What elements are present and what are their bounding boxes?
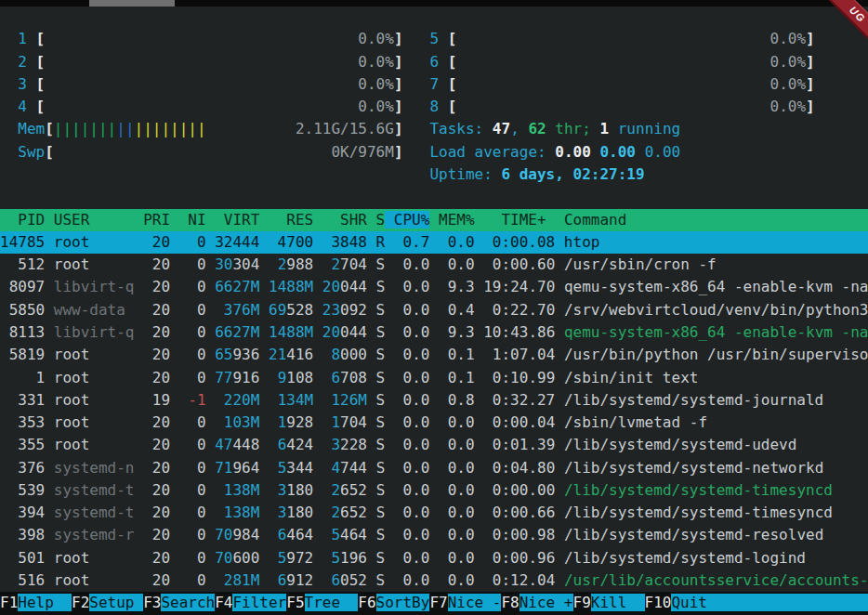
spacer [403,120,430,137]
fkey-action-tree[interactable]: Tree [305,594,359,611]
spacer [215,571,224,589]
process-row-new[interactable]: 539 systemd-t 20 0 138M 3180 2652 S 0.0 … [0,479,868,502]
process-row[interactable]: 353 root 20 0 103M 1928 1704 S 0.0 0.0 0… [0,412,868,434]
tasks-count: 47 [493,120,510,137]
spacer: 539 [0,481,54,499]
spacer: 6 [331,571,340,589]
process-row-new[interactable]: 8113 libvirt-q 20 0 6627M 1488M 20044 S … [0,321,868,344]
cpu4-meter-close-bracket: ] [394,98,403,115]
spacer [313,346,331,363]
fkey-f10[interactable]: F10 [645,594,672,611]
fkey-action-search[interactable]: Search [161,594,215,611]
cpu3-meter-value: 0.0% [358,75,394,93]
process-row[interactable]: 394 systemd-t 20 0 138M 3180 2652 S 0.0 … [0,502,868,524]
cpu4-meter-value: 0.0% [358,98,394,115]
fkey-action-filter[interactable]: Filter [232,594,286,611]
spacer: 744 [340,459,367,477]
command: /usr/lib/accountsservice/accounts- [564,571,868,589]
process-row[interactable]: 398 systemd-r 20 0 70984 6464 5464 S 0.0… [0,524,868,546]
fkey-action-kill[interactable]: Kill [591,594,645,611]
spacer: 5 [278,459,287,477]
function-key-bar: F1Help F2Setup F3SearchF4FilterF5Tree F6… [0,592,868,614]
cpu3-meter-bar [45,75,358,93]
spacer [206,391,224,409]
spacer: 138M [224,504,260,521]
process-row[interactable]: 501 root 20 0 70600 5972 5196 S 0.0 0.0 … [0,547,868,569]
process-row[interactable]: 355 root 20 0 47448 6424 3228 S 0.0 0.0 … [0,434,868,456]
running-count: 1 [599,120,609,137]
fkey-f7[interactable]: F7 [429,594,447,611]
spacer: 964 [232,459,259,477]
process-row[interactable]: 376 systemd-n 20 0 71964 5344 4744 S 0.0… [0,457,868,479]
header-sort-cell-cpu[interactable]: CPU% [385,211,429,229]
fkey-f1[interactable]: F1 [0,594,18,611]
spacer [0,143,18,161]
fkey-f2[interactable]: F2 [72,594,89,611]
fkey-f9[interactable]: F9 [573,594,591,611]
process-row[interactable]: 8097 libvirt-q 20 0 6627M 1488M 20044 S … [0,276,868,298]
spacer: S 0.0 0.0 0:00.60 [367,255,564,273]
spacer: 108 [286,369,313,386]
spacer: 70 [215,526,232,543]
spacer [313,526,331,543]
cpu2-label: 2 [18,53,27,71]
cpu1-meter-close-bracket: ] [394,30,403,47]
spacer [0,98,18,115]
spacer: 972 [286,549,313,567]
cpu7-label: 7 [429,75,439,93]
spacer [403,53,430,71]
process-row[interactable]: 1 root 20 0 77916 9108 6708 S 0.0 0.1 0:… [0,367,868,389]
fkey-f6[interactable]: F6 [358,594,375,611]
fkey-action-quit[interactable]: Quit [671,594,707,611]
spacer [0,120,18,137]
fkey-f8[interactable]: F8 [501,594,519,611]
spacer [259,391,277,409]
spacer: 528 [286,301,313,319]
fkey-f5[interactable]: F5 [286,594,304,611]
process-row-new[interactable]: 516 root 20 0 281M 6912 6052 S 0.0 0.0 0… [0,569,868,592]
spacer [313,391,331,409]
spacer: S 0.0 0.1 0:10.99 [367,369,564,386]
spacer: 501 root 20 0 [0,549,215,567]
spacer: 1488M [269,323,313,341]
spacer: 304 [232,255,259,273]
spacer: 000 [340,346,367,363]
spacer: 912 [286,571,313,589]
fkey-f4[interactable]: F4 [215,594,232,611]
swap-meter-open-bracket: [ [45,143,54,161]
fkey-action-help[interactable]: Help [18,594,72,611]
fkey-action-setup[interactable]: Setup [89,594,143,611]
user: www-data [54,301,125,319]
spacer: 6627M [215,323,259,341]
process-row[interactable]: 5850 www-data 20 0 376M 69528 23092 S 0.… [0,299,868,321]
spacer: 8097 [0,278,54,295]
fkey-action-sortby[interactable]: SortBy [376,594,430,611]
spacer: 20 0 [135,481,216,499]
spacer: 2 [331,481,340,499]
process-row-selected[interactable]: 14785 root 20 0 32444 4700 3848 R 0.7 0.… [0,231,868,254]
cpu1-meter-bar [45,30,358,47]
spacer: 652 [340,481,367,499]
cpu4-meter-bar [45,98,358,115]
fkey-f3[interactable]: F3 [143,594,161,611]
user: libvirt-q [54,278,135,295]
user: libvirt-q [54,323,135,341]
spacer: 704 [340,413,367,431]
user: systemd-t [54,481,135,499]
fkey-action-nice-minus[interactable]: Nice - [448,594,502,611]
fkey-action-nice-plus[interactable]: Nice + [519,594,573,611]
process-row[interactable]: 512 root 20 0 30304 2988 2704 S 0.0 0.0 … [0,254,868,276]
spacer [206,120,296,137]
uptime-value: 6 days, 02:27:19 [501,165,644,183]
mem-bar-used: ||||||| [54,120,116,137]
spacer: 65 [215,346,232,363]
spacer: 6 [278,571,287,589]
window-tab[interactable] [89,0,175,7]
spacer [0,75,18,93]
spacer: 936 [232,346,259,363]
blank-line [0,186,868,208]
spacer: 103M [224,413,260,431]
process-row[interactable]: 5819 root 20 0 65936 21416 8000 S 0.0 0.… [0,344,868,366]
spacer: 704 [340,255,367,273]
process-row[interactable]: 331 root 19 -1 220M 134M 126M S 0.0 0.8 … [0,389,868,412]
